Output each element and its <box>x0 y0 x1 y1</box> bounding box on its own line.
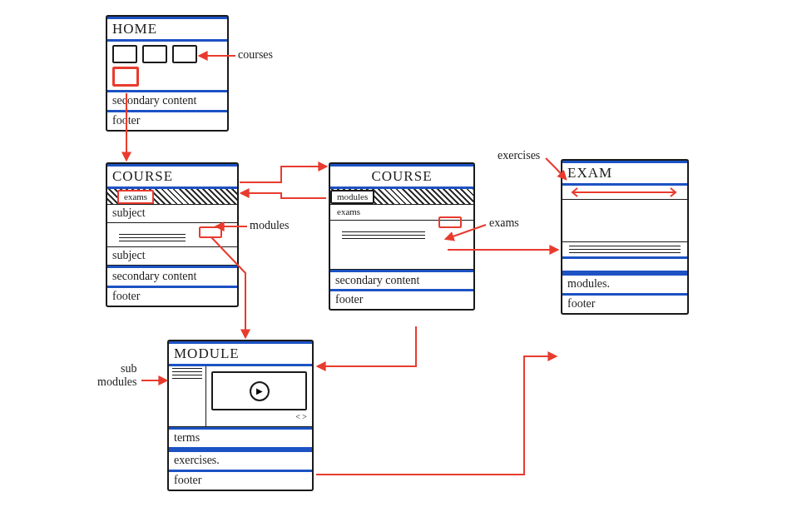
wireframe-exam: Exam modules. footer <box>561 159 689 315</box>
wireframe-course-exams: COURSE modules exams secondary content f… <box>329 162 475 311</box>
course-a-secondary: secondary content <box>107 266 237 288</box>
exam-spacer <box>562 256 687 273</box>
module-pager: < > <box>211 412 307 421</box>
module-terms: terms <box>169 427 312 450</box>
course-b-title: COURSE <box>330 164 473 189</box>
module-body: ▶ < > <box>169 366 312 427</box>
tab-exams: exams <box>117 190 154 204</box>
course-card <box>112 45 137 63</box>
course-a-subject2: subject <box>107 247 237 266</box>
course-card-selected <box>112 67 139 87</box>
annot-courses: courses <box>238 48 273 62</box>
exam-exercise-nav <box>562 186 687 200</box>
tab-modules: modules <box>330 190 374 204</box>
course-b-footer: footer <box>330 291 473 309</box>
module-title: module <box>169 341 312 366</box>
annot-submodules: sub modules <box>97 362 136 389</box>
module-submodule-list <box>169 366 206 426</box>
course-a-subject: subject <box>107 205 237 223</box>
annot-modules: modules <box>250 219 289 232</box>
module-exercises: exercises. <box>169 450 312 472</box>
exam-question-block <box>562 200 687 242</box>
wireframe-module: module ▶ < > terms exercises. footer <box>167 340 314 491</box>
annot-exercises: exercises <box>498 149 540 162</box>
wireframe-home: HOME secondary content footer <box>106 15 229 132</box>
module-footer: footer <box>169 472 312 490</box>
course-b-secondary: secondary content <box>330 270 473 292</box>
course-card <box>142 45 167 63</box>
course-a-title: COURSE <box>107 164 237 189</box>
home-courses-row <box>107 67 227 90</box>
home-courses-row <box>107 42 227 67</box>
exam-footer: footer <box>562 296 687 313</box>
exam-modules: modules. <box>562 273 687 296</box>
course-a-module-list <box>107 223 237 247</box>
course-b-exam-list <box>330 221 473 270</box>
module-chip-selected <box>199 226 222 238</box>
annot-exams: exams <box>489 216 519 230</box>
course-b-tabbar: modules <box>330 189 473 205</box>
play-icon: ▶ <box>250 381 270 401</box>
wireframe-course-subjects: COURSE exams subject subject secondary c… <box>106 162 239 307</box>
horiz-scroll-icon <box>567 187 682 197</box>
home-secondary: secondary content <box>107 90 227 112</box>
exam-title: Exam <box>562 161 687 186</box>
exam-answer-lines <box>562 242 687 256</box>
exam-chip-selected <box>438 216 462 228</box>
home-footer: footer <box>107 112 227 130</box>
course-a-footer: footer <box>107 288 237 306</box>
home-title: HOME <box>107 17 227 42</box>
course-card <box>172 45 197 63</box>
module-video-player: ▶ <box>211 371 307 410</box>
course-a-tabbar: exams <box>107 189 237 205</box>
